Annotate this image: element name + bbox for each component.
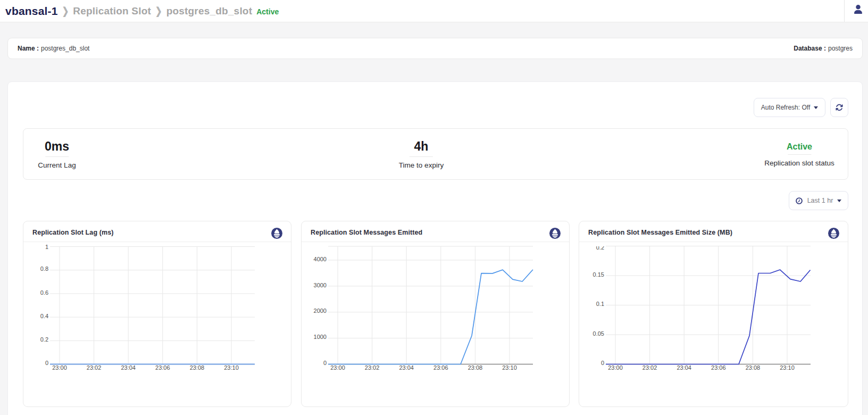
svg-text:1: 1	[45, 244, 48, 250]
svg-text:0: 0	[323, 360, 327, 366]
svg-text:1000: 1000	[314, 334, 327, 340]
svg-text:0.8: 0.8	[40, 265, 48, 272]
svg-text:0.1: 0.1	[596, 301, 604, 307]
svg-text:23:02: 23:02	[87, 364, 102, 371]
svg-text:23:04: 23:04	[677, 364, 691, 371]
svg-text:23:08: 23:08	[190, 364, 205, 371]
svg-text:23:08: 23:08	[468, 364, 483, 371]
svg-text:0.6: 0.6	[40, 289, 48, 296]
svg-text:23:06: 23:06	[433, 364, 448, 371]
svg-text:0.05: 0.05	[593, 330, 604, 337]
svg-text:23:00: 23:00	[52, 364, 67, 371]
svg-text:23:10: 23:10	[780, 364, 795, 371]
svg-text:4000: 4000	[314, 256, 327, 262]
svg-text:0: 0	[601, 360, 604, 366]
svg-text:0.2: 0.2	[596, 244, 604, 251]
svg-text:23:06: 23:06	[711, 364, 726, 371]
svg-text:23:00: 23:00	[330, 364, 345, 371]
svg-text:23:04: 23:04	[399, 364, 414, 371]
svg-text:0: 0	[45, 360, 48, 366]
svg-text:3000: 3000	[314, 282, 327, 288]
svg-text:23:08: 23:08	[746, 364, 761, 371]
svg-text:23:02: 23:02	[642, 364, 657, 371]
svg-text:23:02: 23:02	[365, 364, 380, 371]
svg-text:23:10: 23:10	[502, 364, 517, 371]
svg-text:23:06: 23:06	[155, 364, 170, 371]
svg-text:23:04: 23:04	[121, 364, 136, 371]
svg-text:0.15: 0.15	[593, 271, 604, 278]
svg-text:2000: 2000	[314, 308, 327, 314]
svg-text:0.2: 0.2	[40, 336, 48, 343]
svg-text:0.4: 0.4	[40, 313, 48, 319]
svg-text:23:10: 23:10	[224, 364, 239, 371]
svg-text:23:00: 23:00	[608, 364, 623, 371]
